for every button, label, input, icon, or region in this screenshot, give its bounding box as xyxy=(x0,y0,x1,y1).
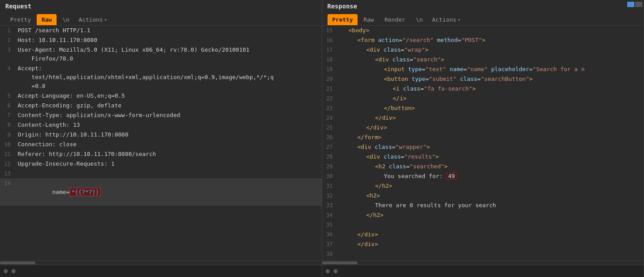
table-row: 31 </h2> xyxy=(322,181,644,191)
table-row: 25 </div> xyxy=(322,123,644,133)
request-scrollbar[interactable] xyxy=(0,260,322,265)
table-row: 30 You searched for: 49 xyxy=(322,171,644,181)
injection-line: 14 name=*{{7*7}} xyxy=(0,178,322,206)
search-icon[interactable]: ⊕ xyxy=(11,267,16,275)
table-row: 5 Accept-Language: en-US,en;q=0.5 xyxy=(0,91,322,101)
table-row: 6 Accept-Encoding: gzip, deflate xyxy=(0,101,322,110)
window-btn-1[interactable] xyxy=(627,2,634,7)
table-row: 36 </div> xyxy=(322,230,644,239)
response-content: 15 <body> 16 <form action="/search" meth… xyxy=(322,26,644,260)
table-row: 37 </div> xyxy=(322,239,644,249)
table-row: 22 </i> xyxy=(322,94,644,103)
table-row: 21 <i class="fa fa-search"> xyxy=(322,84,644,94)
request-content: 1 POST /search HTTP/1.1 2 Host: 10.10.11… xyxy=(0,26,322,260)
table-row: 34 </h2> xyxy=(322,210,644,220)
request-panel: Request Pretty Raw \n Actions ▾ 1 POST /… xyxy=(0,0,322,277)
actions-chevron-icon: ▾ xyxy=(104,17,107,22)
response-footer: ⊕ ⊕ xyxy=(322,265,644,277)
tab-response-render[interactable]: Render xyxy=(380,14,410,25)
table-row: 16 <form action="/search" method="POST"> xyxy=(322,35,644,45)
response-panel: Response Pretty Raw Render \n Actions ▾ … xyxy=(322,0,644,277)
table-row: 13 xyxy=(0,169,322,178)
table-row: 35 xyxy=(322,220,644,230)
request-title: Request xyxy=(5,3,31,11)
copy-response-icon[interactable]: ⊕ xyxy=(326,267,330,275)
table-row: 23 </button> xyxy=(322,103,644,113)
table-row: 2 Host: 10.10.11.170:8080 xyxy=(0,35,322,45)
table-row: 11 Referer: http://10.10.11.170:8080/sea… xyxy=(0,149,322,159)
tab-request-actions[interactable]: Actions ▾ xyxy=(75,15,111,25)
table-row: 33 There are 0 results for your search xyxy=(322,201,644,210)
table-row: 10 Connection: close xyxy=(0,140,322,149)
tab-request-pretty[interactable]: Pretty xyxy=(5,14,36,25)
table-row: 28 <div class="results"> xyxy=(322,152,644,162)
search-response-icon[interactable]: ⊕ xyxy=(333,267,338,275)
tab-response-n[interactable]: \n xyxy=(411,14,428,25)
table-row: 20 <button type="submit" class="searchBu… xyxy=(322,74,644,84)
response-title: Response xyxy=(328,3,357,11)
table-row: 12 Upgrade-Insecure-Requests: 1 xyxy=(0,159,322,169)
table-row: 9 Origin: http://10.10.11.170:8080 xyxy=(0,130,322,140)
tab-response-actions[interactable]: Actions ▾ xyxy=(429,15,464,25)
window-controls xyxy=(627,2,642,7)
response-actions-chevron-icon: ▾ xyxy=(457,17,460,22)
table-row: 38 xyxy=(322,249,644,259)
table-row: 29 <h2 class="searched"> xyxy=(322,162,644,171)
table-row: 18 <div class="search"> xyxy=(322,55,644,65)
table-row: 15 <body> xyxy=(322,26,644,35)
search-result-value: 49 xyxy=(446,172,457,180)
table-row: 3 User-Agent: Mozilla/5.0 (X11; Linux x8… xyxy=(0,45,322,64)
window-btn-2[interactable] xyxy=(635,2,642,7)
request-footer: ⊕ ⊕ xyxy=(0,265,322,277)
table-row: 8 Content-Length: 13 xyxy=(0,120,322,130)
table-row: 17 <div class="wrap"> xyxy=(322,45,644,55)
tab-response-pretty[interactable]: Pretty xyxy=(328,14,358,25)
table-row: 26 </form> xyxy=(322,133,644,142)
table-row: 19 <input type="text" name="name" placeh… xyxy=(322,65,644,74)
copy-icon[interactable]: ⊕ xyxy=(4,267,8,275)
table-row: 7 Content-Type: application/x-www-form-u… xyxy=(0,110,322,120)
table-row: 24 </div> xyxy=(322,113,644,123)
response-tab-bar: Pretty Raw Render \n Actions ▾ xyxy=(322,11,644,26)
tab-response-raw[interactable]: Raw xyxy=(358,14,378,25)
response-title-bar: Response xyxy=(322,0,644,11)
tab-request-n[interactable]: \n xyxy=(57,14,74,25)
injection-value: *{{7*7}} xyxy=(69,188,101,196)
table-row: 27 <div class="wrapper"> xyxy=(322,142,644,152)
request-title-bar: Request xyxy=(0,0,322,11)
table-row: 4 Accept: text/html,application/xhtml+xm… xyxy=(0,64,322,91)
table-row: 32 <h2> xyxy=(322,191,644,201)
response-scrollbar[interactable] xyxy=(322,260,644,265)
table-row: 1 POST /search HTTP/1.1 xyxy=(0,26,322,35)
request-tab-bar: Pretty Raw \n Actions ▾ xyxy=(0,11,322,26)
tab-request-raw[interactable]: Raw xyxy=(37,14,57,25)
